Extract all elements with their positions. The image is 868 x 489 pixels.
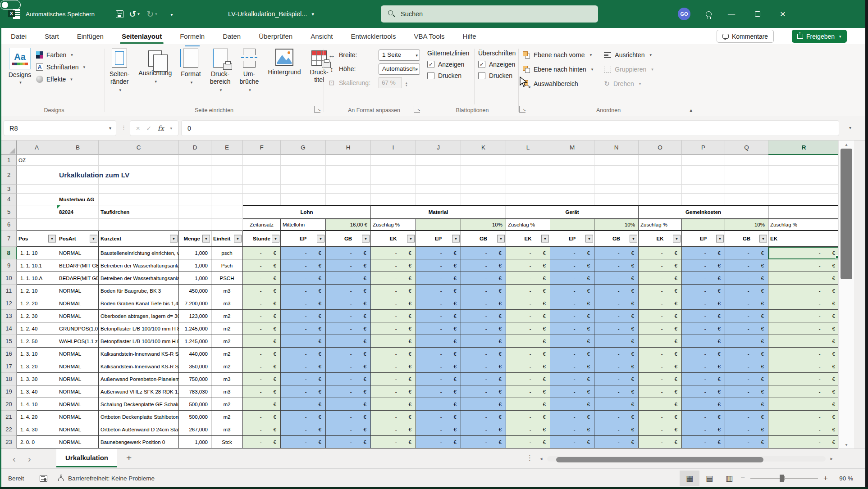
row-header-14[interactable]: 14: [1, 322, 17, 335]
cell-I21[interactable]: -€: [371, 411, 416, 423]
avatar[interactable]: GO: [678, 8, 690, 20]
cell-B9[interactable]: BEDARF(MIT GB): [57, 259, 99, 272]
cell-J18[interactable]: -€: [416, 373, 461, 385]
filter-button-EP-J[interactable]: ▼: [452, 235, 460, 243]
cell-M9[interactable]: -€: [550, 259, 594, 272]
cell-I2[interactable]: [371, 166, 416, 185]
cell-R4[interactable]: [768, 194, 838, 205]
cell-E3[interactable]: [211, 185, 243, 194]
cell-O1[interactable]: [639, 155, 682, 166]
ribbon-tab-entwicklertools[interactable]: Entwicklertools: [350, 29, 397, 43]
cell-F20[interactable]: -€: [243, 398, 281, 411]
filter-button-EP-M[interactable]: ▼: [585, 235, 593, 243]
column-header-J[interactable]: J: [416, 140, 461, 155]
cell-A3[interactable]: [17, 185, 57, 194]
cell-Q12[interactable]: -€: [725, 297, 768, 310]
filter-button-Stunde-F[interactable]: ▼: [272, 235, 279, 243]
cancel-icon[interactable]: ×: [136, 124, 140, 132]
format-button[interactable]: Format▾: [176, 49, 205, 86]
cell-Q20[interactable]: -€: [725, 398, 768, 411]
close-button[interactable]: ×: [776, 0, 790, 28]
cell-I9[interactable]: -€: [371, 259, 416, 272]
scroll-up-icon[interactable]: ▴: [839, 142, 854, 147]
cell-J21[interactable]: -€: [416, 411, 461, 423]
cell-Q13[interactable]: -€: [725, 310, 768, 322]
seite-einrichten-dialog-launcher[interactable]: ↘: [314, 106, 320, 113]
cell-D3[interactable]: [179, 185, 211, 194]
cell-G7[interactable]: EP▼: [281, 231, 326, 247]
cell-B5[interactable]: 82024: [57, 205, 99, 219]
cell-R23[interactable]: -€: [768, 436, 838, 448]
cell-K3[interactable]: [461, 185, 506, 194]
cell-P6[interactable]: [682, 219, 725, 231]
cell-Q3[interactable]: [725, 185, 768, 194]
cell-J4[interactable]: [416, 194, 461, 205]
enter-icon[interactable]: ✓: [146, 125, 151, 132]
accessibility-status[interactable]: Barrierefreiheit: Keine Probleme: [58, 469, 155, 488]
cell-Q18[interactable]: -€: [725, 373, 768, 385]
scroll-right-icon[interactable]: ▸: [830, 456, 833, 462]
cell-D23[interactable]: 1,000: [179, 436, 211, 448]
cell-K13[interactable]: -€: [461, 310, 506, 322]
cell-A11[interactable]: 1. 2. 10: [17, 285, 57, 297]
cell-H1[interactable]: [326, 155, 371, 166]
cell-B22[interactable]: NORMAL: [57, 423, 99, 436]
cell-H15[interactable]: -€: [326, 335, 371, 348]
group-header-Gemeinkosten[interactable]: Gemeinkosten: [639, 205, 768, 219]
designs-button[interactable]: Aa Designs ▾: [4, 44, 36, 85]
cell-J17[interactable]: -€: [416, 360, 461, 373]
cell-P11[interactable]: -€: [682, 285, 725, 297]
formula-bar-expand-icon[interactable]: ▾: [849, 125, 851, 130]
cell-E21[interactable]: m2: [211, 411, 243, 423]
cell-N12[interactable]: -€: [594, 297, 639, 310]
cell-I1[interactable]: [371, 155, 416, 166]
cell-J12[interactable]: -€: [416, 297, 461, 310]
ribbon-tab-daten[interactable]: Daten: [222, 29, 242, 43]
cell-D10[interactable]: 1,000: [179, 272, 211, 285]
cell-M20[interactable]: -€: [550, 398, 594, 411]
cell-B15[interactable]: WAHLPOS(1.1 zu: [57, 335, 99, 348]
cell-A20[interactable]: 1. 4. 10: [17, 398, 57, 411]
cell-M3[interactable]: [550, 185, 594, 194]
cell-D20[interactable]: 500,000: [179, 398, 211, 411]
cell-C11[interactable]: Boden für Baugrube, BK 3: [99, 285, 179, 297]
cell-R3[interactable]: [768, 185, 838, 194]
cell-H20[interactable]: -€: [326, 398, 371, 411]
cell-F12[interactable]: -€: [243, 297, 281, 310]
cell-N21[interactable]: -€: [594, 411, 639, 423]
cell-K1[interactable]: [461, 155, 506, 166]
cell-H13[interactable]: -€: [326, 310, 371, 322]
formula-input[interactable]: 0: [181, 120, 839, 136]
cell-D13[interactable]: 123,000: [179, 310, 211, 322]
cell-M1[interactable]: [550, 155, 594, 166]
cell-P15[interactable]: -€: [682, 335, 725, 348]
filter-button-GB-Q[interactable]: ▼: [759, 235, 767, 243]
cell-I4[interactable]: [371, 194, 416, 205]
column-header-P[interactable]: P: [682, 140, 725, 155]
cell-P9[interactable]: -€: [682, 259, 725, 272]
zoom-level[interactable]: 90 %: [833, 475, 853, 482]
cell-K6[interactable]: 10%: [461, 219, 506, 231]
cell-K18[interactable]: -€: [461, 373, 506, 385]
cell-D5[interactable]: [179, 205, 211, 219]
ebene-nach-hinten-button[interactable]: Ebene nach hinten▾: [523, 64, 593, 75]
cell-G13[interactable]: -€: [281, 310, 326, 322]
cell-A6[interactable]: [17, 219, 57, 231]
column-header-Q[interactable]: Q: [725, 140, 768, 155]
cell-R15[interactable]: -€: [768, 335, 838, 348]
cell-Q6[interactable]: 10%: [725, 219, 768, 231]
schriftarten-button[interactable]: ASchriftarten▾: [36, 61, 85, 73]
cell-D4[interactable]: [179, 194, 211, 205]
cell-Q4[interactable]: [725, 194, 768, 205]
farben-button[interactable]: Farben▾: [36, 49, 85, 61]
cell-I20[interactable]: -€: [371, 398, 416, 411]
cell-L13[interactable]: -€: [506, 310, 550, 322]
cell-E4[interactable]: [211, 194, 243, 205]
sheet-nav-next-icon[interactable]: ›: [28, 449, 31, 469]
cell-N9[interactable]: -€: [594, 259, 639, 272]
cell-Q19[interactable]: -€: [725, 385, 768, 398]
cell-Q16[interactable]: -€: [725, 348, 768, 360]
cell-P21[interactable]: -€: [682, 411, 725, 423]
cell-A21[interactable]: 1. 4. 20: [17, 411, 57, 423]
cell-N8[interactable]: -€: [594, 247, 639, 259]
